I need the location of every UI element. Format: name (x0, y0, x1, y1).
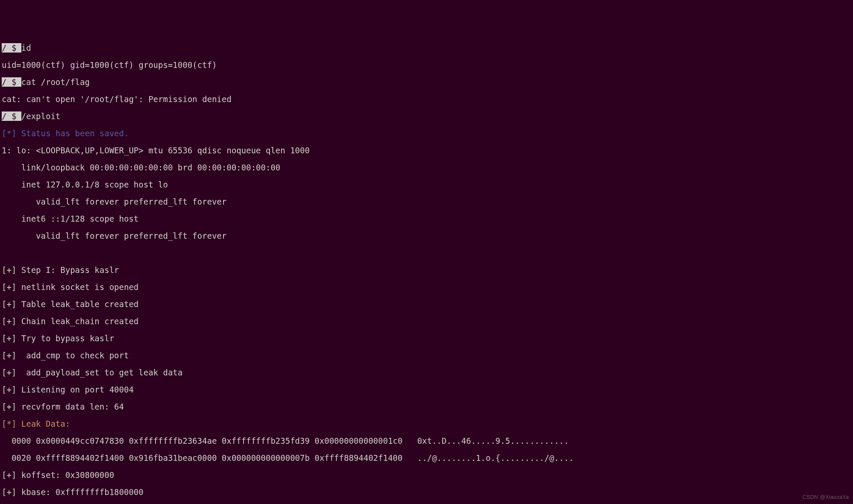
output-line: valid_lft forever preferred_lft forever (2, 197, 853, 206)
output-line: [+] Table leak_table created (2, 300, 853, 308)
blank-line (2, 249, 853, 257)
output-line: valid_lft forever preferred_lft forever (2, 231, 853, 240)
output-line: [+] recvform data len: 64 (2, 402, 853, 411)
output-line: [+] Try to bypass kaslr (2, 334, 853, 343)
prompt-user: / $ (2, 43, 21, 53)
output-line: [+] koffset: 0x30800000 (2, 471, 853, 479)
output-line: uid=1000(ctf) gid=1000(ctf) groups=1000(… (2, 61, 853, 69)
output-line: 1: lo: <LOOPBACK,UP,LOWER_UP> mtu 65536 … (2, 146, 853, 155)
watermark-text: CSDN @XiaozaYa (803, 493, 849, 501)
output-line: link/loopback 00:00:00:00:00:00 brd 00:0… (2, 163, 853, 172)
output-line: cat: can't open '/root/flag': Permission… (2, 95, 853, 103)
cmd-line-id: / $ id (2, 44, 853, 52)
prompt-user: / $ (2, 77, 21, 87)
output-line: [+] Chain leak_chain created (2, 317, 853, 325)
output-line: [+] add_payload_set to get leak data (2, 368, 853, 377)
terminal-output[interactable]: / $ id uid=1000(ctf) gid=1000(ctf) group… (2, 35, 853, 504)
status-line: [*] Status has been saved. (2, 129, 853, 138)
prompt-user: / $ (2, 111, 21, 121)
leak-data-line: 0000 0x0000449cc0747830 0xffffffffb23634… (2, 437, 853, 445)
output-line: [+] kbase: 0xffffffffb1800000 (2, 488, 853, 496)
leak-data-line: 0020 0xffff8894402f1400 0x916fba31beac00… (2, 454, 853, 462)
output-line: inet 127.0.0.1/8 scope host lo (2, 180, 853, 189)
cmd-line-cat: / $ cat /root/flag (2, 78, 853, 86)
output-line: inet6 ::1/128 scope host (2, 214, 853, 223)
cmd-text: cat /root/flag (21, 77, 90, 87)
leak-header: [*] Leak Data: (2, 419, 853, 428)
cmd-text: /exploit (21, 111, 61, 121)
output-line: [+] netlink socket is opened (2, 283, 853, 291)
output-line: [+] Listening on port 40004 (2, 385, 853, 394)
output-line: [+] add_cmp to check port (2, 351, 853, 360)
cmd-line-exploit: / $ /exploit (2, 112, 853, 120)
output-line: [+] Step I: Bypass kaslr (2, 266, 853, 274)
cmd-text: id (21, 43, 31, 53)
